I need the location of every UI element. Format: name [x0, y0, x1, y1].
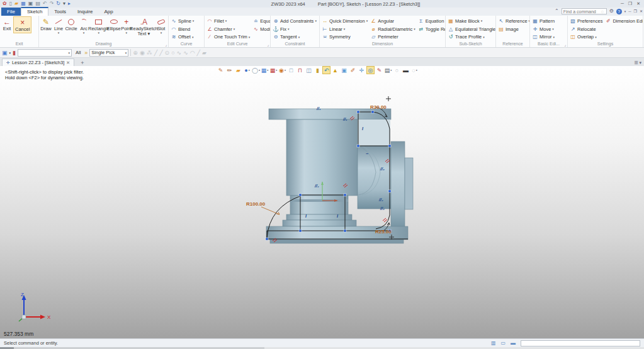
keyboard-icon[interactable]: ▬: [511, 340, 516, 346]
constraint-badge[interactable]: //₁: [342, 117, 347, 121]
dimension-editor-button[interactable]: ✐Dimension Editor▾: [604, 17, 643, 25]
sketch-point[interactable]: [388, 145, 391, 147]
dropdown-caret-icon[interactable]: ▾: [9, 49, 11, 57]
sketch-point[interactable]: [357, 111, 359, 113]
bounds-icon[interactable]: □: [287, 66, 295, 74]
grid-display-icon[interactable]: ▦▾: [269, 66, 278, 74]
part-port-shoulder[interactable]: [358, 119, 390, 146]
orient-arrow-icon[interactable]: ↶: [322, 66, 330, 74]
tab-sketch[interactable]: Sketch: [21, 7, 48, 16]
dimension-label[interactable]: R30.00: [370, 104, 387, 110]
copy-view-icon[interactable]: ▣: [340, 66, 348, 74]
equation-button[interactable]: ≐Equation: [251, 17, 271, 25]
dialog-launcher-icon[interactable]: ⌟: [165, 42, 167, 47]
dimension-label[interactable]: R25.00: [375, 229, 392, 235]
overlap-button[interactable]: ◫Overlap▾: [568, 33, 604, 42]
angular-button[interactable]: ∠Angular: [369, 17, 417, 25]
colorbar-icon[interactable]: ▮: [314, 66, 322, 74]
close-icon[interactable]: ✕: [636, 1, 640, 7]
new-tab-button[interactable]: +: [78, 60, 86, 66]
print-icon[interactable]: ▣: [28, 1, 33, 7]
window-icon[interactable]: ◫: [305, 66, 313, 74]
chamfer-button[interactable]: ∠Chamfer▾: [205, 25, 251, 33]
constraint-badge[interactable]: //₁: [316, 106, 321, 111]
sketch-pen-icon[interactable]: ✎: [217, 66, 225, 74]
constraint-badge[interactable]: −: [366, 152, 368, 156]
trace-profile-button[interactable]: ↺Trace Profile▾: [446, 33, 496, 42]
make-block-button[interactable]: ▦Make Block▾: [446, 17, 496, 25]
rectangle-button[interactable]: Rectangle▾: [90, 16, 108, 35]
sketch-point[interactable]: [299, 230, 302, 232]
sketch-point[interactable]: [357, 145, 359, 147]
shaded-view-icon[interactable]: ●▾: [243, 66, 251, 74]
cancel-button[interactable]: ×Cancel: [13, 16, 31, 33]
symmetry-button[interactable]: ≍Symmetry: [320, 33, 369, 42]
save-icon[interactable]: ▦: [21, 1, 26, 7]
part-side-port[interactable]: [358, 146, 391, 209]
pick-mode-combo[interactable]: Single Pick▾: [89, 49, 128, 57]
part-side-hub[interactable]: [405, 158, 413, 209]
add-constraints-button[interactable]: ⊕Add Constraints▾: [271, 17, 318, 25]
view-style-icon[interactable]: ▣: [2, 49, 8, 57]
layer-color-icon[interactable]: ▮: [13, 49, 16, 57]
minimize-icon[interactable]: ─: [621, 1, 624, 7]
toggle-reference-button[interactable]: ⇄Toggle Reference▾: [417, 25, 446, 33]
app-logo[interactable]: ✿: [3, 1, 7, 7]
fix-button[interactable]: ⚓Fix▾: [271, 25, 318, 33]
part-bottom-lip[interactable]: [270, 240, 404, 243]
circle-button[interactable]: Circle: [65, 16, 77, 32]
sketch-point[interactable]: [388, 190, 391, 192]
thick-line-icon[interactable]: ▬: [402, 66, 410, 74]
circle-grid-icon[interactable]: ◉▾: [278, 66, 286, 74]
open-file-icon[interactable]: ▰: [14, 1, 18, 7]
dashed-circle-icon[interactable]: ◌▾: [410, 66, 419, 74]
stamp-icon[interactable]: ▲: [331, 66, 339, 74]
one-touch-trim-button[interactable]: ∕One Touch Trim▾: [205, 33, 251, 42]
section-icon[interactable]: ⊓: [296, 66, 304, 74]
help-caret-icon[interactable]: ▾: [624, 8, 626, 14]
undo-icon[interactable]: ↶: [43, 1, 47, 7]
layers-icon[interactable]: ▤▾: [384, 66, 392, 74]
dialog-launcher-icon[interactable]: ⌟: [564, 42, 566, 47]
sketch-point[interactable]: [266, 238, 268, 240]
redo-icon[interactable]: ↷: [50, 1, 54, 7]
part-top-flange[interactable]: [269, 109, 391, 119]
pattern-button[interactable]: ▦Pattern: [531, 17, 556, 25]
radial-diametric-button[interactable]: ⌀Radial/Diametric▾: [369, 25, 417, 33]
perimeter-button[interactable]: ▱Perimeter: [369, 33, 417, 42]
sketch-point[interactable]: [344, 194, 346, 196]
move-view-icon[interactable]: ✛: [358, 66, 366, 74]
knife-icon[interactable]: ✏: [225, 66, 234, 74]
sketch-point[interactable]: [371, 111, 374, 113]
monitor-icon[interactable]: ▭: [500, 340, 506, 346]
equilateral-triangle-button[interactable]: △Equilateral Triangle▾: [446, 25, 496, 33]
constraint-badge[interactable]: //₃: [380, 167, 385, 171]
customize-icon[interactable]: ▾: [63, 1, 65, 7]
constraint-badge[interactable]: //₃: [380, 206, 385, 211]
tab-app[interactable]: App: [99, 8, 119, 16]
restore-icon[interactable]: ❐: [628, 1, 632, 7]
new-file-icon[interactable]: ▯: [9, 1, 12, 7]
move-button[interactable]: ✛Move▾: [531, 25, 556, 33]
tab-inquire[interactable]: Inquire: [72, 8, 98, 16]
red-pen-icon[interactable]: ✎: [375, 66, 383, 74]
exit-button[interactable]: ←Exit: [1, 16, 13, 32]
sketch-point[interactable]: [344, 230, 346, 232]
help-icon[interactable]: ?: [616, 9, 622, 14]
filter-key-icon[interactable]: »: [84, 49, 88, 57]
sketch-point[interactable]: [299, 194, 302, 196]
equation-manager-button[interactable]: ΣEquation Manager: [417, 17, 446, 25]
mdi-minimize-icon[interactable]: ─: [628, 8, 631, 14]
tab-file[interactable]: File: [1, 8, 21, 16]
face-display-icon[interactable]: ▦▾: [261, 66, 269, 74]
part-neck[interactable]: [290, 196, 348, 214]
preferences-button[interactable]: ▧Preferences: [568, 17, 604, 25]
slot-button[interactable]: Slot▾: [155, 16, 167, 35]
layer-combo[interactable]: ▾: [18, 49, 72, 57]
readysketch-button[interactable]: .AReadySketchText ▾: [133, 16, 155, 37]
relocate-button[interactable]: ↗Relocate: [568, 25, 604, 33]
ellipse-button[interactable]: Ellipse: [108, 16, 120, 32]
part-side-flange[interactable]: [391, 141, 405, 230]
constraint-badge[interactable]: //₂: [378, 197, 383, 202]
dialog-launcher-icon[interactable]: ⌟: [267, 42, 269, 47]
